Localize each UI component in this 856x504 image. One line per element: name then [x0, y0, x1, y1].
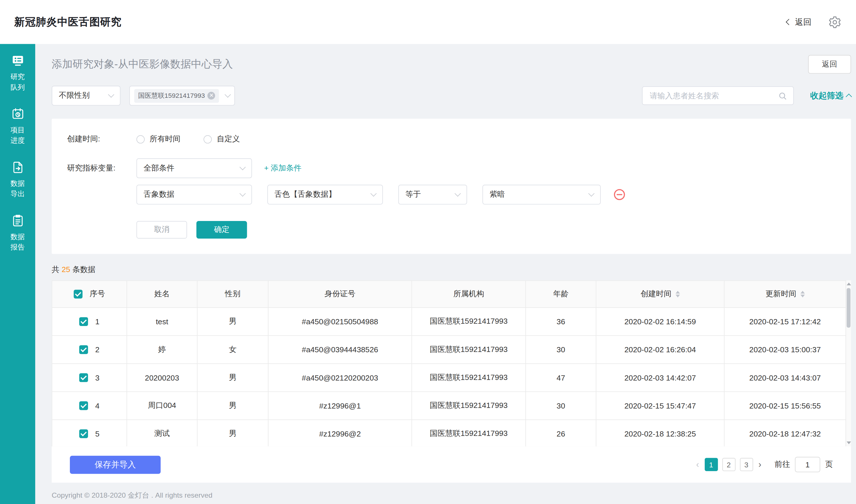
condition-scope-value: 全部条件	[143, 163, 174, 173]
chevron-up-icon	[845, 94, 852, 100]
row-checkbox[interactable]	[80, 429, 88, 438]
save-import-button[interactable]: 保存并导入	[70, 455, 160, 474]
page-button-2[interactable]: 2	[722, 458, 735, 471]
cell-name: 婷	[127, 336, 197, 363]
header-age: 年龄	[526, 281, 596, 308]
gender-select[interactable]: 不限性别	[52, 86, 120, 106]
copyright-text: Copyright © 2018-2020 金灯台 . All rights r…	[52, 490, 851, 500]
table-body: 1 test 男 #a450@02150504988 国医慧联159214179…	[52, 308, 846, 446]
cell-name: 测试	[127, 420, 197, 446]
row-checkbox[interactable]	[80, 345, 88, 354]
row-checkbox[interactable]	[80, 401, 88, 410]
back-button[interactable]: 返回	[808, 55, 851, 74]
scroll-down-icon[interactable]	[847, 442, 851, 444]
row-no: 2	[95, 345, 100, 354]
radio-custom-time[interactable]: 自定义	[204, 134, 240, 144]
row-checkbox[interactable]	[80, 317, 88, 326]
sidebar-item-label: 研究队列	[11, 72, 25, 92]
header-updated[interactable]: 更新时间	[724, 281, 846, 308]
header-updated-label: 更新时间	[766, 289, 797, 299]
row-no: 5	[95, 429, 100, 438]
cell-updated: 2020-02-15 15:56:55	[724, 392, 846, 420]
chevron-down-icon	[240, 191, 246, 197]
cell-gender: 男	[197, 420, 268, 446]
cell-id-number: #z12996@2	[268, 420, 412, 446]
patient-search-input[interactable]	[649, 91, 774, 101]
chevron-down-icon	[108, 91, 114, 98]
organization-select[interactable]: 国医慧联15921417993 ✕	[129, 86, 235, 106]
condition-scope-select[interactable]: 全部条件	[137, 158, 252, 178]
page-button-3[interactable]: 3	[740, 458, 753, 471]
goto-label: 前往	[774, 460, 790, 469]
sidebar-item-label: 数据报告	[11, 231, 25, 252]
cell-created: 2020-02-02 16:26:04	[596, 336, 724, 363]
sort-icon[interactable]	[800, 291, 805, 298]
organization-tag: 国医慧联15921417993 ✕	[134, 89, 219, 103]
chevron-down-icon	[588, 191, 595, 197]
page-unit-label: 页	[825, 460, 833, 469]
condition-category-select[interactable]: 舌象数据	[137, 185, 252, 204]
collapse-filters-label: 收起筛选	[810, 90, 843, 101]
remove-condition-icon[interactable]	[614, 189, 625, 200]
metric-label: 研究指标变量:	[67, 163, 136, 173]
header-created[interactable]: 创建时间	[596, 281, 724, 308]
page-button-1[interactable]: 1	[704, 458, 718, 471]
count-suffix: 条数据	[72, 265, 95, 273]
gear-icon[interactable]	[828, 15, 842, 29]
sidebar-item-label: 数据导出	[11, 178, 25, 199]
header-no: 序号	[52, 281, 127, 308]
condition-operator-select[interactable]: 等于	[398, 185, 467, 204]
data-table: 序号 姓名 性别 身份证号 所属机构 年龄 创建时间	[52, 281, 851, 446]
condition-field-select[interactable]: 舌色【舌象数据】	[267, 185, 383, 204]
cell-name: 周口004	[127, 392, 197, 420]
chevron-down-icon	[240, 164, 246, 170]
table-row: 5 测试 男 #z12996@2 国医慧联15921417993 26 2020…	[52, 420, 846, 446]
select-all-checkbox[interactable]	[74, 290, 82, 298]
progress-icon	[11, 107, 24, 121]
cell-no: 2	[52, 336, 127, 363]
cell-id-number: #a450@02120200203	[268, 364, 412, 392]
app-header: 新冠肺炎中医舌图研究 返回	[0, 0, 856, 44]
header-id-number: 身份证号	[268, 281, 412, 308]
filter-panel: 创建时间: 所有时间 自定义 研究指标变量: 全部条件	[52, 119, 851, 254]
tag-close-icon[interactable]: ✕	[208, 92, 215, 100]
goto-page-input[interactable]	[795, 457, 820, 472]
collapse-filters-link[interactable]: 收起筛选	[810, 90, 851, 101]
radio-custom-time-label: 自定义	[217, 134, 240, 144]
radio-all-time[interactable]: 所有时间	[137, 134, 180, 144]
export-icon	[11, 160, 24, 174]
scrollbar-thumb[interactable]	[847, 288, 851, 327]
sidebar-item-data-report[interactable]: 数据报告	[11, 214, 25, 252]
cell-updated: 2020-02-03 15:00:37	[724, 336, 846, 363]
app-title: 新冠肺炎中医舌图研究	[14, 15, 122, 29]
cell-updated: 2020-02-15 17:12:42	[724, 308, 846, 336]
sidebar-item-data-export[interactable]: 数据导出	[11, 160, 25, 199]
confirm-button[interactable]: 确定	[196, 221, 247, 239]
header-no-label: 序号	[90, 289, 105, 299]
sort-icon[interactable]	[675, 291, 680, 298]
next-page-icon[interactable]: ›	[757, 460, 763, 469]
cell-gender: 男	[197, 392, 268, 420]
table-row: 1 test 男 #a450@02150504988 国医慧联159214179…	[52, 308, 846, 336]
scroll-up-icon[interactable]	[847, 283, 851, 285]
add-condition-link[interactable]: + 添加条件	[264, 163, 302, 173]
gender-select-value: 不限性别	[59, 91, 90, 101]
sidebar-item-project-progress[interactable]: 项目进度	[11, 107, 25, 146]
cell-org: 国医慧联15921417993	[412, 336, 525, 363]
header-back-link[interactable]: 返回	[787, 17, 811, 27]
prev-page-icon[interactable]: ‹	[695, 460, 700, 469]
table-row: 3 20200203 男 #a450@02120200203 国医慧联15921…	[52, 364, 846, 392]
condition-value-value: 紫暗	[490, 190, 505, 199]
sidebar-item-research-queue[interactable]: 研究队列	[11, 54, 25, 92]
chevron-down-icon	[370, 191, 377, 197]
cancel-button[interactable]: 取消	[137, 221, 187, 239]
cell-name: test	[127, 308, 197, 336]
condition-value-select[interactable]: 紫暗	[483, 185, 601, 204]
queue-icon	[11, 54, 24, 68]
table-scrollbar[interactable]	[845, 281, 851, 446]
search-icon[interactable]	[778, 91, 787, 100]
row-checkbox[interactable]	[80, 373, 88, 382]
patient-search-box	[642, 86, 794, 105]
cell-created: 2020-02-18 12:38:25	[596, 420, 724, 446]
condition-field-value: 舌色【舌象数据】	[275, 190, 336, 199]
